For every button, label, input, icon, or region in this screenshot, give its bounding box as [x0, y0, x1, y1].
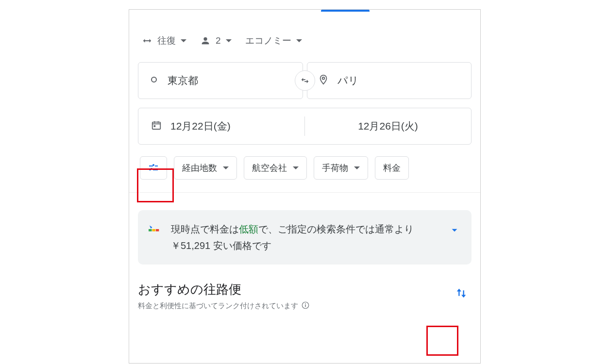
svg-point-1 [322, 77, 324, 79]
depart-date-input[interactable]: 12月22日(金) [138, 108, 304, 144]
passengers-selector[interactable]: 2 [200, 35, 232, 46]
info-icon[interactable] [301, 301, 310, 311]
caret-down-icon [181, 39, 186, 42]
svg-point-11 [305, 303, 306, 304]
price-insight-card[interactable]: 現時点で料金は低額で、ご指定の検索条件では通常より ￥51,291 安い価格です [138, 210, 472, 265]
dates-row: 12月22日(金) 12月26日(火) [138, 108, 472, 145]
sort-arrows-icon [455, 286, 468, 300]
recommended-title: おすすめの往路便 [138, 281, 310, 298]
filter-bags-label: 手荷物 [322, 162, 348, 174]
section-divider [129, 192, 480, 193]
tune-icon [148, 162, 159, 174]
recommended-header: おすすめの往路便 料金と利便性に基づいてランク付けされています [138, 281, 472, 311]
filter-price-label: 料金 [383, 162, 401, 174]
price-text-suffix: 安い価格です [213, 240, 271, 251]
price-gauge-icon [149, 223, 161, 235]
svg-rect-6 [154, 125, 156, 127]
active-tab-indicator [321, 10, 370, 12]
flight-search-panel: 往復 2 エコノミー 東京都 [129, 9, 481, 364]
svg-point-0 [152, 77, 156, 82]
swap-horiz-icon [142, 35, 152, 46]
passengers-count: 2 [216, 35, 221, 46]
filter-stops-label: 経由地数 [182, 162, 217, 174]
cabin-label: エコノミー [245, 34, 291, 47]
swap-arrows-icon [300, 75, 310, 86]
all-filters-button[interactable] [140, 156, 167, 180]
swap-locations-button[interactable] [295, 70, 315, 91]
price-status: 低額 [239, 224, 258, 234]
recommended-titles: おすすめの往路便 料金と利便性に基づいてランク付けされています [138, 281, 310, 311]
caret-down-icon [296, 39, 302, 42]
sort-button[interactable] [451, 283, 472, 303]
recommended-subtitle: 料金と利便性に基づいてランク付けされています [138, 301, 298, 311]
person-icon [200, 35, 211, 46]
caret-down-icon [223, 166, 229, 169]
expand-chevron-icon [448, 224, 461, 238]
recommended-subtitle-row: 料金と利便性に基づいてランク付けされています [138, 301, 310, 311]
filter-bags-chip[interactable]: 手荷物 [314, 156, 368, 180]
svg-rect-8 [152, 229, 155, 232]
origin-input[interactable]: 東京都 [138, 62, 303, 99]
svg-rect-7 [149, 229, 152, 232]
calendar-icon [151, 120, 162, 133]
depart-date-value: 12月22日(金) [170, 119, 231, 133]
trip-type-label: 往復 [157, 34, 176, 47]
filters-row: 経由地数 航空会社 手荷物 料金 [129, 145, 480, 192]
destination-input[interactable]: パリ [307, 62, 472, 99]
svg-rect-12 [305, 305, 306, 307]
filter-price-chip[interactable]: 料金 [375, 156, 409, 180]
return-date-value: 12月26日(火) [358, 119, 418, 133]
caret-down-icon [354, 166, 360, 169]
return-date-input[interactable]: 12月26日(火) [305, 108, 471, 144]
filter-stops-chip[interactable]: 経由地数 [174, 156, 237, 180]
locations-row: 東京都 パリ [138, 62, 472, 99]
svg-rect-2 [152, 122, 161, 129]
filter-airlines-chip[interactable]: 航空会社 [244, 156, 307, 180]
pin-icon [318, 74, 329, 87]
price-amount: ￥51,291 [171, 240, 210, 251]
price-text-prefix: 現時点で料金は [171, 224, 239, 234]
trip-type-selector[interactable]: 往復 [142, 34, 186, 47]
origin-icon [149, 75, 159, 87]
price-insight-text: 現時点で料金は低額で、ご指定の検索条件では通常より ￥51,291 安い価格です [171, 221, 438, 254]
caret-down-icon [293, 166, 299, 169]
origin-value: 東京都 [168, 74, 198, 87]
filter-airlines-label: 航空会社 [252, 162, 287, 174]
caret-down-icon [226, 39, 232, 42]
svg-rect-9 [156, 229, 159, 232]
trip-options-row: 往復 2 エコノミー [129, 10, 480, 53]
price-text-mid: で、ご指定の検索条件では通常より [258, 224, 414, 234]
cabin-selector[interactable]: エコノミー [245, 34, 302, 47]
destination-value: パリ [337, 74, 359, 87]
